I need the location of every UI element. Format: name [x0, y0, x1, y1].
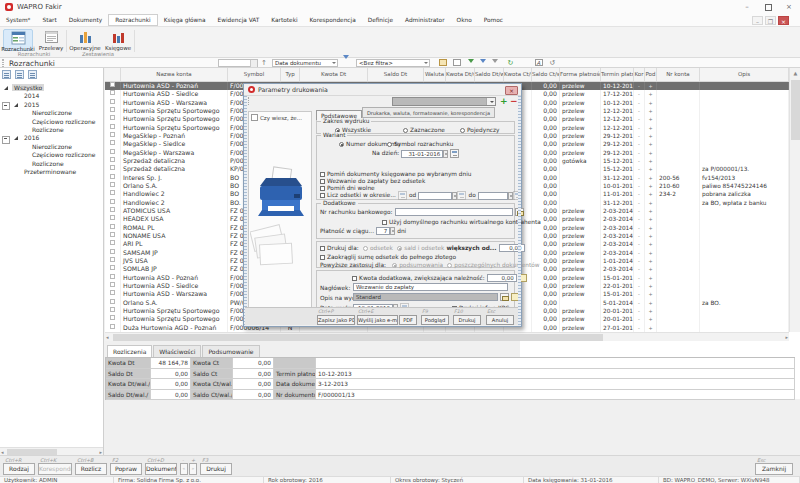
- tree-expand-icon[interactable]: [15, 70, 24, 79]
- column-header[interactable]: Saldo Dt/wal./: [475, 68, 504, 81]
- tree-view-icon[interactable]: [2, 70, 11, 79]
- opis-wydruku-field[interactable]: Standard: [353, 293, 498, 301]
- row-checkbox[interactable]: [110, 299, 115, 304]
- menu-item[interactable]: System*: [0, 14, 37, 26]
- row-checkbox[interactable]: [110, 207, 115, 212]
- checkbox-licz-odsetki[interactable]: [320, 193, 325, 198]
- row-checkbox[interactable]: [110, 315, 115, 320]
- sort-icon[interactable]: ↑: [261, 59, 270, 67]
- radio-sald-i-odsetek[interactable]: [397, 246, 402, 251]
- row-checkbox[interactable]: [110, 140, 115, 145]
- note-icon[interactable]: [511, 293, 519, 301]
- column-header[interactable]: Termin płatności: [601, 68, 634, 81]
- row-checkbox[interactable]: [110, 157, 115, 162]
- maximize-button[interactable]: [763, 2, 773, 12]
- radio-podsumowania[interactable]: [392, 263, 397, 268]
- menu-item[interactable]: Start: [37, 14, 63, 26]
- row-checkbox[interactable]: [110, 165, 115, 170]
- row-checkbox[interactable]: [110, 82, 115, 87]
- ribbon-operacyjne-button[interactable]: Operacyjne: [70, 29, 100, 51]
- template-select[interactable]: [392, 97, 496, 106]
- row-checkbox[interactable]: [110, 174, 115, 179]
- menu-item[interactable]: Korespondencja: [304, 14, 362, 26]
- kwota-dodatkowa-field[interactable]: 0,00: [487, 274, 517, 282]
- column-header[interactable]: Opis: [700, 68, 789, 81]
- column-header[interactable]: Saldo Ct/wal./: [532, 68, 560, 81]
- tree-collapse-icon[interactable]: [28, 70, 37, 79]
- column-header[interactable]: Nazwa konta: [121, 68, 228, 81]
- action-button[interactable]: Korespondencja: [38, 463, 72, 475]
- tree-item[interactable]: Rozliczone: [0, 126, 103, 134]
- action-button[interactable]: Rodzaj: [3, 463, 35, 475]
- tree-item[interactable]: 2014: [0, 92, 103, 100]
- action-button[interactable]: Dokument: [145, 463, 177, 475]
- filter-icon[interactable]: [478, 59, 487, 67]
- row-checkbox[interactable]: [110, 224, 115, 229]
- note-icon[interactable]: [519, 274, 527, 282]
- dialog-close-button[interactable]: ×: [505, 86, 518, 95]
- checkbox-kwota-dodatkowa[interactable]: [352, 276, 357, 281]
- column-header[interactable]: Saldo Dt: [368, 68, 424, 81]
- row-checkbox[interactable]: [110, 240, 115, 245]
- filter-clear-icon[interactable]: [490, 59, 499, 67]
- folder-icon[interactable]: [438, 59, 447, 67]
- menu-item[interactable]: Pomoc: [478, 14, 509, 26]
- row-checkbox[interactable]: [110, 324, 115, 329]
- column-header[interactable]: Kwota Dt/wal./: [446, 68, 475, 81]
- column-header[interactable]: [105, 68, 121, 81]
- do-date-field[interactable]: [478, 192, 508, 200]
- column-header[interactable]: Kwota Dt: [300, 68, 368, 81]
- row-checkbox[interactable]: [110, 149, 115, 154]
- wieksze-field[interactable]: 0,00: [499, 244, 525, 252]
- add-template-button[interactable]: +: [500, 96, 508, 107]
- tree-item[interactable]: Nierozliczone: [0, 143, 103, 151]
- tree-item[interactable]: Częściowo rozliczone: [0, 118, 103, 126]
- filter-select[interactable]: <Bez filtra>: [356, 59, 430, 67]
- dialog-button[interactable]: Wyślij jako e-mail: [357, 315, 398, 325]
- row-checkbox[interactable]: [110, 274, 115, 279]
- action-button[interactable]: Rozlicz: [75, 463, 107, 475]
- remove-template-button[interactable]: −: [510, 96, 518, 107]
- checkbox-zaokraglij[interactable]: [320, 255, 325, 260]
- sync-icon[interactable]: ↺: [548, 59, 557, 67]
- radio-symbol-rozrachunku[interactable]: [387, 142, 392, 147]
- radio-odsetek[interactable]: [363, 246, 368, 251]
- record-counter-input[interactable]: [218, 59, 258, 67]
- filter-add-icon[interactable]: [466, 59, 475, 67]
- row-checkbox[interactable]: [110, 190, 115, 195]
- menu-item[interactable]: Definicje: [362, 14, 399, 26]
- sort-field-select[interactable]: Data dokumentu: [272, 59, 338, 67]
- table-icon[interactable]: [452, 59, 461, 67]
- row-checkbox[interactable]: [110, 132, 115, 137]
- mdi-restore-button[interactable]: ❐: [765, 16, 776, 25]
- radio-pojedynczy[interactable]: [460, 128, 465, 133]
- column-header[interactable]: Typ: [281, 68, 300, 81]
- naglowek-field[interactable]: Wezwanie do zapłaty: [353, 283, 508, 291]
- table-horizontal-scrollbar[interactable]: ◂ ▸: [105, 332, 789, 341]
- tree-item[interactable]: Rozliczone: [0, 160, 103, 168]
- details-tab[interactable]: Rozliczenia: [107, 345, 152, 357]
- checkbox-uzyj-rachunku[interactable]: [382, 220, 387, 225]
- details-tab[interactable]: Podsumowanie: [202, 345, 259, 357]
- na-dzien-date-field[interactable]: 31-01-2016: [401, 150, 443, 158]
- dialog-button[interactable]: Zapisz jako PDF: [317, 315, 355, 325]
- hint-link[interactable]: Czy wiesz, że...: [251, 114, 302, 123]
- dialog-button[interactable]: Drukuj: [453, 315, 481, 325]
- tree-item[interactable]: 2016: [0, 134, 103, 142]
- checkbox-drukuj-dla[interactable]: [320, 246, 325, 251]
- close-window-button[interactable]: Zamknij: [755, 463, 793, 475]
- row-checkbox[interactable]: [110, 282, 115, 287]
- action-button[interactable]: Popraw: [110, 463, 142, 475]
- row-checkbox[interactable]: [110, 115, 115, 120]
- row-checkbox[interactable]: [110, 90, 115, 95]
- dialog-button[interactable]: PDF: [399, 315, 417, 325]
- column-header[interactable]: Symbol: [228, 68, 281, 81]
- action-button[interactable]: «: [180, 463, 188, 475]
- tree-item[interactable]: Nierozliczone: [0, 109, 103, 117]
- row-checkbox[interactable]: [110, 182, 115, 187]
- row-checkbox[interactable]: [110, 290, 115, 295]
- menu-item[interactable]: Księga główna: [158, 14, 212, 26]
- column-header[interactable]: Waluta: [424, 68, 446, 81]
- tree-item[interactable]: Częściowo rozliczone: [0, 151, 103, 159]
- row-checkbox[interactable]: [110, 257, 115, 262]
